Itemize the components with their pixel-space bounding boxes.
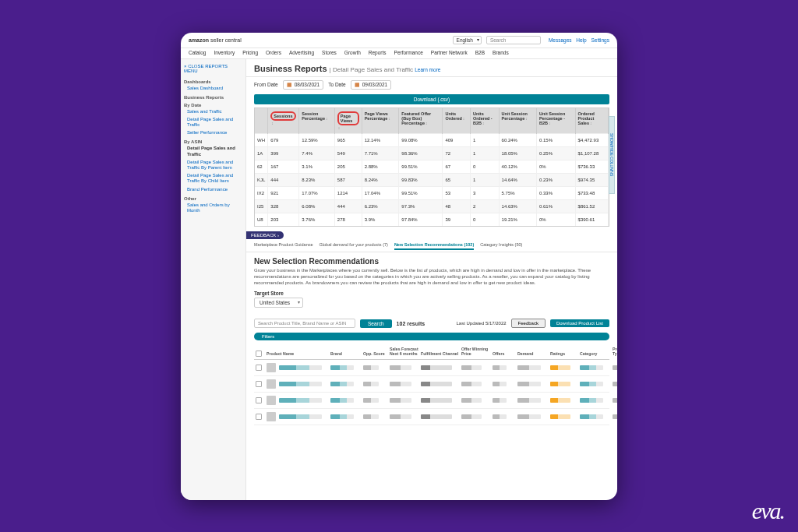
rec-col[interactable]: Offers (493, 352, 516, 357)
rec-col[interactable]: Sales Forecast Next 6 months (390, 347, 419, 356)
product-search-input[interactable]: Search Product Title, Brand Name or ASIN (254, 319, 355, 328)
table-row[interactable]: I253286.08%4446.23%97.3%48214.63%0.61%$8… (255, 200, 609, 213)
sidebar-item-active[interactable]: Detail Page Sales and Traffic (184, 145, 242, 157)
rec-col[interactable]: Ratings (550, 352, 578, 357)
settings-link[interactable]: Settings (591, 37, 610, 43)
list-item[interactable] (254, 409, 609, 425)
redacted-text (461, 382, 482, 386)
row-checkbox[interactable] (256, 381, 262, 387)
nav-item[interactable]: Advertising (289, 50, 314, 55)
redacted-text (363, 365, 379, 370)
learn-more-link[interactable]: Learn more (415, 67, 440, 72)
col-rowlabel[interactable] (255, 108, 268, 134)
product-thumbnail (267, 379, 276, 389)
tab-global-demand[interactable]: Global demand for your products (7) (320, 241, 388, 250)
rec-col[interactable]: Demand (517, 352, 549, 357)
nav-item[interactable]: Performance (394, 50, 423, 55)
language-select[interactable]: English (453, 36, 482, 44)
nav-item[interactable]: Reports (369, 50, 387, 55)
redacted-text (517, 414, 541, 419)
sidebar-section: By ASIN (184, 139, 242, 144)
sidebar-section: Business Reports (184, 95, 242, 100)
select-all-checkbox[interactable] (256, 351, 262, 357)
results-count: 102 results (397, 321, 425, 326)
brand-logo: amazon seller central (189, 37, 242, 43)
rec-col[interactable]: Opp. Score (363, 352, 388, 357)
eva-logo: eva. (752, 498, 784, 524)
col-usp[interactable]: Unit Session Percentage↕ (499, 108, 536, 134)
list-item[interactable] (254, 360, 609, 376)
col-units-b2b[interactable]: Units Ordered - B2B↕ (470, 108, 499, 134)
filters-chip[interactable]: Filters (254, 333, 609, 340)
messages-link[interactable]: Messages (549, 37, 572, 43)
page-title: Business Reports | Detail Page Sales and… (254, 64, 413, 73)
redacted-text (550, 382, 570, 386)
list-item[interactable] (254, 376, 609, 393)
nav-item[interactable]: Growth (344, 50, 361, 55)
redacted-text (421, 398, 452, 403)
sidebar-item[interactable]: Sales and Traffic (184, 108, 242, 115)
sidebar-item[interactable]: Seller Performance (184, 129, 242, 136)
row-checkbox[interactable] (256, 414, 262, 420)
col-buybox[interactable]: Featured Offer (Buy Box) Percentage↕ (399, 108, 443, 134)
tab-category-insights[interactable]: Category Insights (50) (480, 241, 522, 250)
to-date-input[interactable]: ▦09/03/2021 (351, 80, 392, 90)
nav-item[interactable]: Catalog (189, 50, 206, 55)
help-link[interactable]: Help (576, 37, 586, 43)
feedback-button[interactable]: FEEDBACK › (246, 231, 284, 239)
redacted-text (580, 398, 603, 403)
redacted-text (580, 365, 603, 370)
global-search-input[interactable]: Search (486, 36, 541, 44)
rec-col[interactable]: Product Type (613, 347, 617, 356)
col-page-views[interactable]: Page Views↕ (334, 108, 362, 134)
sidebar-item[interactable]: Detail Page Sales and Traffic By Child I… (184, 172, 242, 185)
redacted-text (330, 382, 354, 386)
redacted-text (390, 365, 411, 370)
table-row[interactable]: WH67912.59%96512.14%99.08%409160.24%0.15… (255, 134, 609, 147)
sidebar-item[interactable]: Detail Page Sales and Traffic (184, 116, 242, 129)
download-csv-button[interactable]: Download (.csv) (254, 94, 609, 104)
row-checkbox[interactable] (256, 397, 262, 403)
search-button[interactable]: Search (360, 319, 392, 328)
nav-item[interactable]: B2B (475, 50, 485, 55)
target-store-select[interactable]: United States (254, 298, 303, 308)
list-item[interactable] (254, 393, 609, 409)
rec-col[interactable]: Product Name (267, 352, 329, 357)
close-reports-menu[interactable]: × CLOSE REPORTS MENU (184, 62, 242, 76)
tab-new-selection[interactable]: New Selection Recommendations (102) (394, 241, 474, 250)
nav-item[interactable]: Orders (266, 50, 281, 55)
nav-item[interactable]: Pricing (242, 50, 258, 55)
table-row[interactable]: 1A3997.4%5497.71%98.36%72118.05%0.25%$1,… (255, 147, 609, 160)
table-row[interactable]: U82033.76%2783.9%97.84%39019.21%0%$390.6… (255, 213, 609, 227)
tab-marketplace-guidance[interactable]: Marketplace Product Guidance (254, 241, 313, 250)
rec-col[interactable]: Offer Winning Price (461, 347, 491, 356)
col-sessions[interactable]: Sessions↕ (268, 108, 299, 134)
rec-col[interactable]: Category (580, 352, 611, 357)
sidebar-item[interactable]: Brand Performance (184, 186, 242, 193)
sidebar-item[interactable]: Sales Dashboard (184, 85, 242, 92)
col-usp-b2b[interactable]: Unit Session Percentage - B2B↕ (537, 108, 576, 134)
row-checkbox[interactable] (256, 365, 262, 371)
app-window: amazon seller central English Search Mes… (181, 33, 617, 500)
nav-item[interactable]: Brands (493, 50, 509, 55)
redacted-text (613, 382, 617, 386)
col-sales[interactable]: Ordered Product Sales↕ (575, 108, 608, 134)
table-row[interactable]: KJL4448.23%5878.24%99.83%65114.64%0.23%$… (255, 174, 609, 187)
sidebar-item[interactable]: Sales and Orders by Month (184, 202, 242, 214)
table-row[interactable]: IX292117.07%121417.04%99.51%5335.75%0.33… (255, 187, 609, 200)
col-pv-pct[interactable]: Page Views Percentage↕ (362, 108, 399, 134)
col-session-pct[interactable]: Session Percentage↕ (299, 108, 335, 134)
rec-col[interactable]: Brand (330, 352, 362, 357)
nsr-feedback-button[interactable]: Feedback (511, 319, 546, 328)
col-units[interactable]: Units Ordered↕ (443, 108, 471, 134)
nav-item[interactable]: Inventory (214, 50, 235, 55)
download-product-list-button[interactable]: Download Product List (550, 319, 609, 327)
redacted-text (580, 414, 603, 419)
nav-item[interactable]: Partner Network (431, 50, 468, 55)
table-row[interactable]: 621673.1%2052.88%99.51%67040.12%0%$736.3… (255, 160, 609, 174)
nav-item[interactable]: Stores (322, 50, 337, 55)
from-date-input[interactable]: ▦08/03/2021 (283, 80, 324, 90)
sidebar-item[interactable]: Detail Page Sales and Traffic By Parent … (184, 159, 242, 171)
show-hide-columns-tab[interactable]: SHOW/HIDE COLUMNS (609, 116, 615, 194)
rec-col[interactable]: Fulfillment Channel (421, 352, 460, 357)
